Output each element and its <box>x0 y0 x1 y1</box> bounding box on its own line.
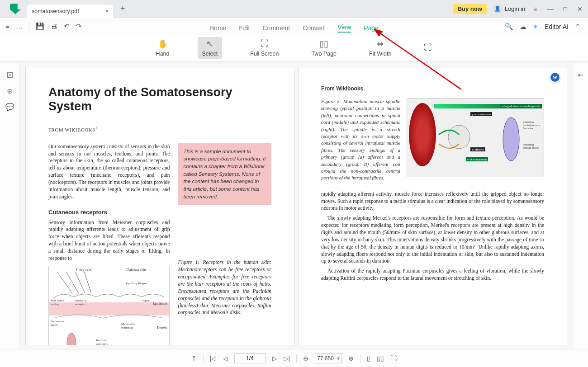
pdf-page-2: W From Wikibooks Figure 2: Mammalian mus… <box>298 67 567 345</box>
cursor-icon: ↖ <box>206 39 213 49</box>
page-title: Anatomy of the Somatosensory System <box>48 85 271 113</box>
body-paragraph: Sensory information from Meissner corpus… <box>48 219 170 262</box>
hand-label: Hand <box>156 51 170 57</box>
figure1-caption: Figure 1: Receptors in the human skin: M… <box>178 259 271 316</box>
menu-icon[interactable]: ≡ <box>531 5 539 13</box>
undo-icon[interactable]: ↶ <box>64 22 70 30</box>
two-page-icon: ▯▯ <box>319 39 328 49</box>
add-tab-button[interactable]: + <box>120 4 125 14</box>
menu-right-cluster: 🔍 ☁ ✦ Editor AI ⌃ <box>505 23 581 31</box>
next-page-icon[interactable]: ▷ <box>272 355 277 362</box>
app-logo <box>10 4 21 14</box>
body-para-1: rapidly adapting afferent activity, musc… <box>321 191 544 212</box>
thumbnails-icon[interactable]: 🖼 <box>6 71 14 80</box>
menu-page[interactable]: Page <box>364 24 379 32</box>
cloud-icon[interactable]: ☁ <box>520 23 526 31</box>
editor-ai-button[interactable]: Editor AI <box>545 23 569 30</box>
titlebar: somatosensory.pdf × + Buy now 👤 Login in… <box>0 0 588 18</box>
fit-page-icon: ⛶ <box>424 43 432 53</box>
first-page-icon[interactable]: |◁ <box>210 355 217 362</box>
section-heading: Cutaneous receptors <box>48 209 170 216</box>
svg-line-4 <box>57 272 72 293</box>
svg-point-9 <box>503 118 519 161</box>
muscle-spindle-diagram: enlarged view of muscle spindle γ -s mot… <box>407 98 544 177</box>
search-icon[interactable]: 🔍 <box>505 23 513 31</box>
save-icon[interactable]: 💾 <box>36 22 44 30</box>
zoom-in-icon[interactable]: ⊕ <box>348 355 354 362</box>
figure2-caption: Figure 2: Mammalian muscle spindle showi… <box>321 98 400 182</box>
page-number-field[interactable] <box>234 353 266 363</box>
zoom-field[interactable]: 77.650▾ <box>315 353 342 363</box>
redo-icon[interactable]: ↷ <box>76 22 82 30</box>
menu-comment[interactable]: Comment <box>262 24 290 32</box>
scroll-top-icon[interactable]: ⤒ <box>191 355 197 362</box>
close-window-icon[interactable]: ✕ <box>575 5 584 13</box>
fit-page-button[interactable]: ⛶ <box>419 41 436 55</box>
body-para-2: The slowly adapting Merkel's receptors a… <box>321 215 544 265</box>
minimize-icon[interactable]: — <box>545 5 555 13</box>
svg-point-8 <box>448 125 470 149</box>
sparkle-icon: ✦ <box>533 23 538 30</box>
avatar-icon: 👤 <box>493 5 502 14</box>
quick-toolbar: ≡ … 💾 🖨 ↶ ↷ <box>0 18 588 34</box>
comments-icon[interactable]: 💬 <box>5 103 14 111</box>
right-sidebar: ⇤ <box>573 63 588 349</box>
maximize-icon[interactable]: □ <box>562 5 569 13</box>
close-tab-icon[interactable]: × <box>105 8 109 14</box>
menu-edit[interactable]: Edit <box>239 24 250 32</box>
body-para-3: Activation of the rapidly adapting Pacin… <box>321 268 544 282</box>
divider <box>296 354 297 362</box>
menu-convert[interactable]: Convert <box>303 24 325 32</box>
intro-paragraph: Our somatosensory system consists of sen… <box>48 143 170 201</box>
fullscreen-button[interactable]: ⛶ Full Screen <box>246 37 283 59</box>
view-ribbon: ✋ Hand ↖ Select ⛶ Full Screen ▯▯ Two Pag… <box>0 34 588 61</box>
facing-pages-icon[interactable]: ▯▯ <box>377 355 384 362</box>
divider <box>203 354 204 362</box>
page-source: FROM WIKIBOOKS1 <box>48 126 271 132</box>
document-viewport[interactable]: Anatomy of the Somatosensory System FROM… <box>20 63 573 349</box>
divider <box>29 22 29 30</box>
fit-width-label: Fit Width <box>369 51 391 57</box>
bookmarks-icon[interactable]: ⊕ <box>7 87 13 95</box>
buy-now-button[interactable]: Buy now <box>453 4 487 14</box>
hamburger-icon[interactable]: ≡ <box>5 22 9 30</box>
document-tab[interactable]: somatosensory.pdf × <box>27 5 113 18</box>
divider <box>360 354 360 362</box>
select-label: Select <box>202 51 218 57</box>
two-page-button[interactable]: ▯▯ Two Page <box>307 37 341 59</box>
two-page-label: Two Page <box>311 51 337 57</box>
svg-point-1 <box>67 333 76 345</box>
status-bar: ⤒ |◁ ◁ ▷ ▷| ⊖ 77.650▾ ⊕ ▯ ▯▯ ⛶ <box>0 349 588 367</box>
fit-width-icon: ⇔ <box>377 39 384 49</box>
pdf-page-1: Anatomy of the Somatosensory System FROM… <box>25 67 294 345</box>
panel-toggle-icon[interactable]: ⇤ <box>578 71 583 79</box>
login-label: Login in <box>505 5 526 12</box>
svg-line-6 <box>75 272 85 293</box>
info-box: This is a sample document to showcase pa… <box>178 143 271 205</box>
prev-page-icon[interactable]: ◁ <box>223 355 228 362</box>
svg-line-7 <box>84 272 91 293</box>
read-mode-icon[interactable]: ⛶ <box>390 355 397 362</box>
more-icon[interactable]: … <box>16 22 23 30</box>
fullscreen-label: Full Screen <box>250 51 279 57</box>
last-page-icon[interactable]: ▷| <box>284 355 290 362</box>
left-sidebar: 🖼 ⊕ 💬 <box>0 63 20 349</box>
login-button[interactable]: 👤 Login in <box>493 5 526 14</box>
hand-icon: ✋ <box>158 39 168 49</box>
collapse-icon[interactable]: ⌃ <box>575 23 581 31</box>
print-icon[interactable]: 🖨 <box>51 22 57 30</box>
tab-title: somatosensory.pdf <box>32 8 79 14</box>
single-page-icon[interactable]: ▯ <box>367 355 370 362</box>
skin-diagram: Hairy skin Glabrous skin Papillary Ridge… <box>48 266 170 345</box>
select-tool-button[interactable]: ↖ Select <box>198 37 223 59</box>
hand-tool-button[interactable]: ✋ Hand <box>152 37 174 59</box>
fullscreen-icon: ⛶ <box>261 39 269 49</box>
zoom-out-icon[interactable]: ⊖ <box>303 355 308 362</box>
svg-line-5 <box>66 272 79 293</box>
page2-source: From Wikibooks <box>321 85 544 92</box>
export-word-icon[interactable]: W <box>550 72 560 83</box>
fit-width-button[interactable]: ⇔ Fit Width <box>365 37 396 59</box>
menu-view[interactable]: View <box>337 24 351 33</box>
menu-home[interactable]: Home <box>209 24 226 32</box>
